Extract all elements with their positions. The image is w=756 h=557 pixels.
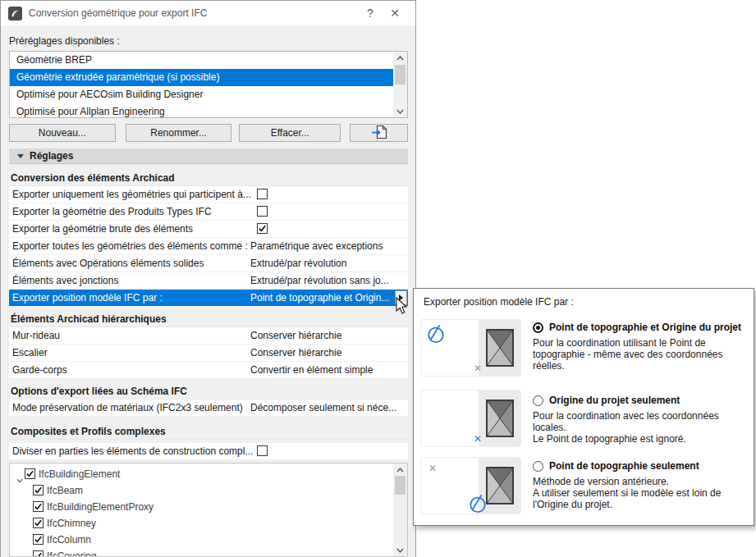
option-description: Pour la coordination utilisant le Point … xyxy=(533,337,754,372)
building-icon xyxy=(486,467,514,504)
settings-row[interactable]: Diviser en parties les éléments de const… xyxy=(9,443,408,459)
tree-item[interactable]: IfcCovering xyxy=(10,548,407,557)
scroll-down-icon[interactable] xyxy=(393,105,407,117)
settings-row[interactable]: Mode préservation de matériaux (IFC2x3 s… xyxy=(9,399,408,416)
scroll-down-icon[interactable] xyxy=(393,544,407,556)
close-button[interactable]: ✕ xyxy=(383,2,407,24)
window-title: Conversion géométrique pour export IFC xyxy=(29,7,358,19)
settings-row[interactable]: Exporter la géométrie des Produits Types… xyxy=(9,203,408,220)
checkbox-unchecked[interactable] xyxy=(257,189,268,199)
scroll-up-icon[interactable] xyxy=(393,52,407,64)
survey-point-icon xyxy=(469,494,487,514)
settings-row[interactable]: Escalier Conserver hiérarchie xyxy=(9,345,408,361)
checkbox-checked[interactable] xyxy=(25,468,35,479)
section-title: Options d'export liées au Schéma IFC xyxy=(9,383,408,399)
row-value-dropdown[interactable]: Extrudé/par révolution xyxy=(250,255,346,272)
row-value-dropdown[interactable]: Extrudé/par révolution sans jo... xyxy=(250,272,389,289)
settings-row[interactable]: Exporter uniquement les géométries qui p… xyxy=(9,186,408,203)
building-preview xyxy=(479,390,520,446)
building-icon xyxy=(486,399,514,437)
tree-scrollbar[interactable] xyxy=(393,463,407,556)
scroll-up-icon[interactable] xyxy=(393,463,407,476)
checkbox-unchecked[interactable] xyxy=(257,206,268,217)
import-file-icon xyxy=(370,125,388,142)
checkbox-checked[interactable] xyxy=(33,485,44,495)
popup-title: Exporter position modèle IFC par : xyxy=(424,296,574,308)
model-position-popup: Exporter position modèle IFC par : ✕ xyxy=(413,288,754,526)
settings-row[interactable]: Éléments avec Opérations éléments solide… xyxy=(9,255,408,272)
preset-item-selected[interactable]: Géomètrie extrudée paramètrique (si poss… xyxy=(10,69,407,86)
option-thumbnail-origin-only[interactable]: ✕ xyxy=(420,390,521,447)
settings-row[interactable]: Éléments avec jonctions Extrudé/par révo… xyxy=(9,272,408,289)
help-button[interactable]: ? xyxy=(358,2,383,24)
settings-row[interactable]: Exporter la géométrie brute des éléments xyxy=(9,221,408,237)
tree-item[interactable]: IfcColumn xyxy=(10,532,407,548)
survey-point-icon xyxy=(427,324,445,347)
checkbox-checked[interactable] xyxy=(33,501,44,512)
preset-list: Géomètrie BREP Géomètrie extrudée paramè… xyxy=(9,51,408,118)
checkbox-checked[interactable] xyxy=(33,550,44,557)
option-survey-and-origin[interactable]: Point de topographie et Origine du proje… xyxy=(533,322,754,372)
tree-item[interactable]: IfcBeam xyxy=(10,482,407,499)
option-thumbnail-survey-and-origin[interactable]: ✕ xyxy=(420,319,521,377)
section-title: Composites et Profils complexes xyxy=(9,423,408,440)
radio-unselected[interactable] xyxy=(533,395,543,406)
origin-x-icon: ✕ xyxy=(474,434,482,444)
checkbox-checked[interactable] xyxy=(257,223,268,234)
scrollbar-thumb[interactable] xyxy=(395,65,405,84)
mouse-cursor xyxy=(396,297,408,318)
collapse-triangle-icon xyxy=(17,154,24,158)
settings-row[interactable]: Exporter toutes les géométries des éléme… xyxy=(9,238,408,254)
building-icon xyxy=(486,329,514,367)
option-origin-only[interactable]: Origine du projet seulement Pour la coor… xyxy=(533,395,754,445)
tree-item[interactable]: IfcBuildingElementProxy xyxy=(10,499,407,515)
option-survey-only[interactable]: Point de topographie seulement Méthode d… xyxy=(533,460,721,510)
preset-list-scrollbar[interactable] xyxy=(393,52,407,117)
ifc-class-tree: IfcBuildingElement IfcBeam IfcBuildingEl… xyxy=(9,463,408,557)
section-title: Éléments Archicad hiérarchiques xyxy=(9,311,408,327)
settings-row-selected[interactable]: Exporter position modèle IFC par : Point… xyxy=(9,290,408,306)
settings-row[interactable]: Garde-corps Convertir en élément simple xyxy=(9,362,408,378)
settings-group-header[interactable]: Réglages xyxy=(9,148,408,164)
tree-item[interactable]: IfcChimney xyxy=(10,515,407,532)
option-description: Méthode de version antérieure. A utilise… xyxy=(533,476,721,510)
row-value-dropdown[interactable]: Décomposer seulement si néce... xyxy=(250,399,396,416)
row-value-dropdown[interactable]: Paramétrique avec exceptions xyxy=(250,238,383,254)
section-title: Conversion des éléments Archicad xyxy=(9,170,408,186)
tree-item-root[interactable]: IfcBuildingElement xyxy=(10,466,407,482)
row-value-dropdown[interactable]: Conserver hiérarchie xyxy=(250,345,341,361)
archicad-logo-icon xyxy=(8,7,22,21)
origin-x-icon: ✕ xyxy=(474,363,482,373)
preset-item[interactable]: Optimisé pour AECOsim Building Designer xyxy=(10,86,407,103)
preset-item[interactable]: Optimisé pour Allplan Engineering xyxy=(10,103,407,118)
new-button[interactable]: Nouveau... xyxy=(9,124,116,142)
checkbox-checked[interactable] xyxy=(33,534,44,545)
option-thumbnail-survey-only[interactable]: ✕ xyxy=(420,457,521,514)
row-value-dropdown[interactable]: Convertir en élément simple xyxy=(250,362,373,378)
scrollbar-thumb[interactable] xyxy=(395,476,405,495)
radio-selected[interactable] xyxy=(533,322,543,333)
title-bar[interactable]: Conversion géométrique pour export IFC ?… xyxy=(1,1,415,25)
radio-unselected[interactable] xyxy=(533,461,543,472)
screenshot-root: Conversion géométrique pour export IFC ?… xyxy=(0,0,756,557)
rename-button[interactable]: Renommer... xyxy=(126,124,232,142)
delete-button[interactable]: Effacer... xyxy=(239,124,341,142)
row-value-dropdown[interactable]: Conserver hiérarchie xyxy=(250,327,341,344)
option-description: Pour la coordination avec les coordonnée… xyxy=(533,410,754,445)
row-value-dropdown[interactable]: Point de topographie et Origin... xyxy=(250,290,389,306)
import-export-button[interactable] xyxy=(350,124,408,142)
building-preview xyxy=(479,320,520,376)
checkbox-checked[interactable] xyxy=(33,518,44,528)
origin-x-icon: ✕ xyxy=(428,463,437,473)
preset-item[interactable]: Géomètrie BREP xyxy=(10,52,407,69)
presets-label: Préréglages disponibles : xyxy=(9,35,408,47)
checkbox-unchecked[interactable] xyxy=(257,445,268,456)
geometry-conversion-dialog: Conversion géométrique pour export IFC ?… xyxy=(0,0,416,557)
settings-row[interactable]: Mur-rideau Conserver hiérarchie xyxy=(9,327,408,344)
